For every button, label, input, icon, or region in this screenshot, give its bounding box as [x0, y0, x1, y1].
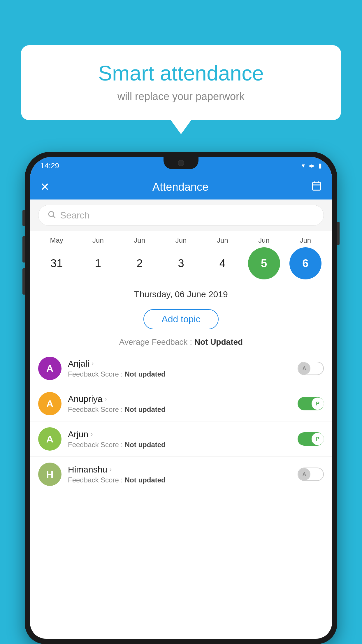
- signal-icon: ◂▸: [308, 162, 315, 169]
- status-bar: 14:29 ▾ ◂▸ ▮: [30, 157, 332, 174]
- speech-bubble-subtitle: will replace your paperwork: [38, 90, 324, 103]
- cal-day-2[interactable]: 2: [124, 247, 156, 279]
- battery-icon: ▮: [318, 162, 322, 169]
- avatar-arjun: A: [38, 427, 61, 451]
- svg-line-5: [53, 216, 55, 218]
- student-name-anupriya: Anupriya ›: [68, 394, 294, 404]
- student-item-anupriya[interactable]: A Anupriya › Feedback Score : Not update…: [30, 386, 332, 421]
- svg-point-4: [49, 211, 54, 217]
- student-info-arjun: Arjun › Feedback Score : Not updated: [68, 429, 294, 449]
- add-topic-button[interactable]: Add topic: [143, 309, 218, 329]
- cal-month-5: Jun: [248, 236, 280, 244]
- chevron-anupriya: ›: [105, 395, 107, 403]
- search-container: Search: [30, 200, 332, 231]
- chevron-himanshu: ›: [110, 466, 112, 473]
- cal-day-5-selected[interactable]: 5: [248, 247, 280, 279]
- avatar-himanshu: H: [38, 463, 61, 486]
- toggle-arjun[interactable]: P: [298, 432, 324, 446]
- student-item-anjali[interactable]: A Anjali › Feedback Score : Not updated …: [30, 351, 332, 386]
- chevron-anjali: ›: [92, 360, 94, 368]
- toggle-knob-himanshu: A: [298, 468, 310, 480]
- avg-feedback-label: Average Feedback :: [119, 337, 194, 346]
- toggle-off-himanshu[interactable]: A: [298, 468, 324, 481]
- toggle-knob-anupriya: P: [312, 398, 324, 410]
- wifi-icon: ▾: [302, 162, 305, 169]
- speech-bubble: Smart attendance will replace your paper…: [21, 45, 341, 120]
- toggle-knob-anjali: A: [298, 362, 310, 374]
- student-feedback-anjali: Feedback Score : Not updated: [68, 370, 294, 378]
- add-topic-area: Add topic: [30, 302, 332, 335]
- toggle-anupriya[interactable]: P: [298, 397, 324, 410]
- speech-bubble-title: Smart attendance: [38, 61, 324, 85]
- chevron-arjun: ›: [91, 430, 93, 438]
- avg-feedback-value: Not Updated: [194, 337, 243, 346]
- student-feedback-anupriya: Feedback Score : Not updated: [68, 405, 294, 414]
- cal-month-6: Jun: [289, 236, 321, 244]
- student-info-anupriya: Anupriya › Feedback Score : Not updated: [68, 394, 294, 414]
- search-input-placeholder: Search: [60, 210, 89, 221]
- cal-day-3[interactable]: 3: [165, 247, 197, 279]
- status-time: 14:29: [40, 161, 59, 170]
- cal-day-1[interactable]: 1: [82, 247, 114, 279]
- calendar-row: May Jun Jun Jun Jun Jun Jun 31 1 2 3 4 5…: [30, 231, 332, 285]
- cal-month-3: Jun: [165, 236, 197, 244]
- toggle-on-anupriya[interactable]: P: [298, 397, 324, 410]
- student-feedback-himanshu: Feedback Score : Not updated: [68, 476, 294, 484]
- calendar-icon[interactable]: [311, 181, 322, 193]
- student-item-himanshu[interactable]: H Himanshu › Feedback Score : Not update…: [30, 457, 332, 492]
- toggle-knob-arjun: P: [312, 433, 324, 445]
- calendar-days: 31 1 2 3 4 5 6: [30, 244, 332, 285]
- student-info-himanshu: Himanshu › Feedback Score : Not updated: [68, 465, 294, 484]
- student-name-arjun: Arjun ›: [68, 429, 294, 439]
- close-button[interactable]: ✕: [40, 181, 50, 193]
- cal-month-4: Jun: [206, 236, 238, 244]
- date-display: Thursday, 06 June 2019: [30, 285, 332, 302]
- app-header: ✕ Attendance: [30, 174, 332, 200]
- avatar-anjali: A: [38, 357, 61, 380]
- calendar-months: May Jun Jun Jun Jun Jun Jun: [30, 236, 332, 244]
- status-icons: ▾ ◂▸ ▮: [302, 162, 322, 169]
- svg-rect-0: [312, 182, 320, 190]
- avatar-anupriya: A: [38, 392, 61, 415]
- search-icon: [47, 210, 56, 221]
- toggle-himanshu[interactable]: A: [298, 468, 324, 481]
- cal-day-31[interactable]: 31: [41, 247, 73, 279]
- volume-up-button: [22, 236, 25, 262]
- phone-frame: 14:29 ▾ ◂▸ ▮ ✕ Attendance Se: [25, 152, 337, 644]
- cal-day-6-today[interactable]: 6: [289, 247, 321, 279]
- phone-screen: 14:29 ▾ ◂▸ ▮ ✕ Attendance Se: [30, 157, 332, 639]
- speech-bubble-container: Smart attendance will replace your paper…: [21, 45, 341, 120]
- notch: [164, 157, 198, 169]
- search-bar[interactable]: Search: [38, 205, 324, 226]
- student-name-himanshu: Himanshu ›: [68, 465, 294, 475]
- student-feedback-arjun: Feedback Score : Not updated: [68, 441, 294, 449]
- cal-month-1: Jun: [82, 236, 114, 244]
- mute-button: [22, 210, 25, 226]
- cal-day-4[interactable]: 4: [206, 247, 238, 279]
- student-list: A Anjali › Feedback Score : Not updated …: [30, 351, 332, 492]
- power-button: [337, 222, 340, 245]
- cal-month-0: May: [41, 236, 73, 244]
- student-item-arjun[interactable]: A Arjun › Feedback Score : Not updated P: [30, 421, 332, 457]
- camera: [178, 160, 184, 166]
- student-info-anjali: Anjali › Feedback Score : Not updated: [68, 359, 294, 378]
- toggle-on-arjun[interactable]: P: [298, 432, 324, 446]
- student-name-anjali: Anjali ›: [68, 359, 294, 369]
- cal-month-2: Jun: [124, 236, 156, 244]
- header-title: Attendance: [152, 181, 208, 193]
- toggle-off-anjali[interactable]: A: [298, 362, 324, 375]
- volume-down-button: [22, 268, 25, 295]
- avg-feedback: Average Feedback : Not Updated: [30, 335, 332, 351]
- toggle-anjali[interactable]: A: [298, 362, 324, 375]
